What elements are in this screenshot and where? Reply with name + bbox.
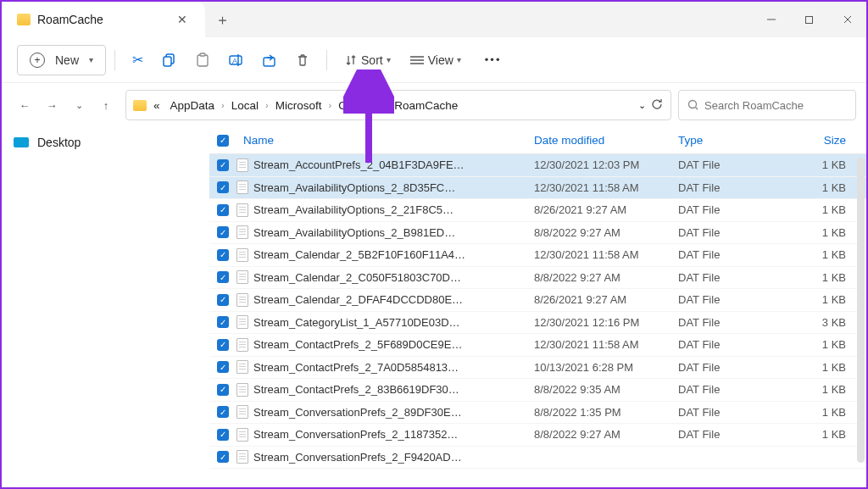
file-icon xyxy=(236,158,248,172)
minimize-button[interactable] xyxy=(752,2,790,37)
rename-button[interactable]: A xyxy=(220,45,252,75)
sort-icon xyxy=(344,53,358,67)
file-date: 8/8/2022 9:27 AM xyxy=(527,428,671,441)
breadcrumb[interactable]: Microsoft xyxy=(272,99,326,112)
table-row[interactable]: ✓Stream_AvailabilityOptions_2_21F8C5…8/2… xyxy=(209,199,866,222)
col-type[interactable]: Type xyxy=(671,134,798,147)
active-tab[interactable]: RoamCache ✕ xyxy=(2,2,205,37)
table-row[interactable]: ✓Stream_AccountPrefs_2_04B1F3DA9FE…12/30… xyxy=(209,154,866,177)
chevron-down-icon: ▾ xyxy=(387,55,391,64)
paste-button[interactable] xyxy=(187,45,218,75)
cut-icon: ✂ xyxy=(132,52,143,68)
table-row[interactable]: ✓Stream_Calendar_2_C050F51803C70D…8/8/20… xyxy=(209,267,866,290)
svg-point-16 xyxy=(689,101,697,108)
row-checkbox[interactable]: ✓ xyxy=(217,316,229,328)
row-checkbox[interactable]: ✓ xyxy=(217,451,229,463)
table-row[interactable]: ✓Stream_ContactPrefs_2_7A0D5854813…10/13… xyxy=(209,357,866,380)
col-name[interactable]: Name xyxy=(236,134,527,147)
scrollbar[interactable] xyxy=(857,158,865,463)
table-row[interactable]: ✓Stream_AvailabilityOptions_2_B981ED…8/8… xyxy=(209,222,866,245)
more-button[interactable]: ••• xyxy=(476,45,510,75)
file-name: Stream_AvailabilityOptions_2_21F8C5… xyxy=(253,203,527,216)
desktop-icon xyxy=(14,137,29,147)
cut-button[interactable]: ✂ xyxy=(124,45,152,75)
table-row[interactable]: ✓Stream_ConversationPrefs_2_F9420AD… xyxy=(209,447,866,470)
row-checkbox[interactable]: ✓ xyxy=(217,406,229,418)
history-dropdown[interactable]: ⌄ xyxy=(638,100,646,111)
breadcrumb[interactable]: Outlook xyxy=(335,99,381,112)
sidebar-item-desktop[interactable]: Desktop xyxy=(2,131,209,154)
file-type: DAT File xyxy=(671,293,798,306)
row-checkbox[interactable]: ✓ xyxy=(217,429,229,441)
table-row[interactable]: ✓Stream_Calendar_2_5B2F10F160F11A4…12/30… xyxy=(209,244,866,267)
folder-icon xyxy=(133,100,147,111)
breadcrumb[interactable]: AppData xyxy=(167,99,219,112)
new-button[interactable]: + New ▾ xyxy=(17,45,106,75)
view-button[interactable]: View ▾ xyxy=(401,45,470,75)
toolbar: + New ▾ ✂ A Sort ▾ View ▾ ••• xyxy=(2,37,866,83)
file-type: DAT File xyxy=(671,428,798,441)
table-row[interactable]: ✓Stream_ContactPrefs_2_5F689D0CE9E…12/30… xyxy=(209,334,866,357)
maximize-button[interactable] xyxy=(790,2,828,37)
view-label: View xyxy=(428,53,453,67)
new-label: New xyxy=(55,53,79,67)
addressbar: ← → ⌄ ↑ « AppData› Local› Microsoft› Out… xyxy=(2,83,866,127)
close-tab-button[interactable]: ✕ xyxy=(171,8,193,31)
row-checkbox[interactable]: ✓ xyxy=(217,181,229,193)
table-row[interactable]: ✓Stream_ConversationPrefs_2_89DF30E…8/8/… xyxy=(209,402,866,425)
content: Desktop ✓ Name Date modified Type Size ✓… xyxy=(2,127,866,487)
more-icon: ••• xyxy=(485,53,502,66)
share-icon xyxy=(262,53,277,68)
close-icon xyxy=(843,14,853,25)
file-size: 1 KB xyxy=(798,203,866,216)
row-checkbox[interactable]: ✓ xyxy=(217,294,229,306)
refresh-button[interactable] xyxy=(651,97,664,113)
file-icon xyxy=(236,315,248,329)
table-row[interactable]: ✓Stream_Calendar_2_DFAF4DCCDD80E…8/26/20… xyxy=(209,289,866,312)
row-checkbox[interactable]: ✓ xyxy=(217,361,229,373)
file-icon xyxy=(236,338,248,352)
file-name: Stream_ConversationPrefs_2_1187352… xyxy=(253,428,527,441)
file-date: 10/13/2021 6:28 PM xyxy=(527,361,671,374)
share-button[interactable] xyxy=(253,45,286,75)
address-field[interactable]: « AppData› Local› Microsoft› Outlook› Ro… xyxy=(125,90,671,120)
row-checkbox[interactable]: ✓ xyxy=(217,384,229,396)
recent-button[interactable]: ⌄ xyxy=(66,92,92,118)
file-name: Stream_ContactPrefs_2_5F689D0CE9E… xyxy=(253,338,527,351)
delete-button[interactable] xyxy=(287,45,318,75)
row-checkbox[interactable]: ✓ xyxy=(217,226,229,238)
refresh-icon xyxy=(651,97,664,110)
select-all-checkbox[interactable]: ✓ xyxy=(209,135,236,147)
copy-button[interactable] xyxy=(153,45,186,75)
delete-icon xyxy=(296,53,309,68)
back-button[interactable]: ← xyxy=(12,92,37,118)
rename-icon: A xyxy=(228,53,243,68)
table-row[interactable]: ✓Stream_ConversationPrefs_2_1187352…8/8/… xyxy=(209,424,866,447)
breadcrumb-prefix: « xyxy=(150,99,164,112)
file-name: Stream_ContactPrefs_2_7A0D5854813… xyxy=(253,361,527,374)
svg-text:A: A xyxy=(232,57,237,65)
search-input[interactable] xyxy=(704,99,847,112)
row-checkbox[interactable]: ✓ xyxy=(217,204,229,216)
file-name: Stream_AvailabilityOptions_2_B981ED… xyxy=(253,226,527,239)
breadcrumb[interactable]: Local xyxy=(228,99,262,112)
svg-rect-1 xyxy=(806,16,813,23)
up-button[interactable]: ↑ xyxy=(93,92,119,118)
sort-button[interactable]: Sort ▾ xyxy=(336,45,399,75)
table-row[interactable]: ✓Stream_ContactPrefs_2_83B6619DF30…8/8/2… xyxy=(209,379,866,402)
col-date[interactable]: Date modified xyxy=(527,134,671,147)
file-date: 8/26/2021 9:27 AM xyxy=(527,203,671,216)
row-checkbox[interactable]: ✓ xyxy=(217,159,229,171)
close-button[interactable] xyxy=(828,2,866,37)
search-box[interactable] xyxy=(678,90,856,120)
sort-label: Sort xyxy=(361,53,383,67)
row-checkbox[interactable]: ✓ xyxy=(217,271,229,283)
row-checkbox[interactable]: ✓ xyxy=(217,249,229,261)
col-size[interactable]: Size xyxy=(798,134,866,147)
breadcrumb[interactable]: RoamCache xyxy=(391,99,461,112)
new-tab-button[interactable]: ＋ xyxy=(205,2,239,37)
forward-button[interactable]: → xyxy=(39,92,64,118)
table-row[interactable]: ✓Stream_CategoryList_1_A57710DE03D…12/30… xyxy=(209,312,866,335)
table-row[interactable]: ✓Stream_AvailabilityOptions_2_8D35FC…12/… xyxy=(209,177,866,200)
row-checkbox[interactable]: ✓ xyxy=(217,339,229,351)
